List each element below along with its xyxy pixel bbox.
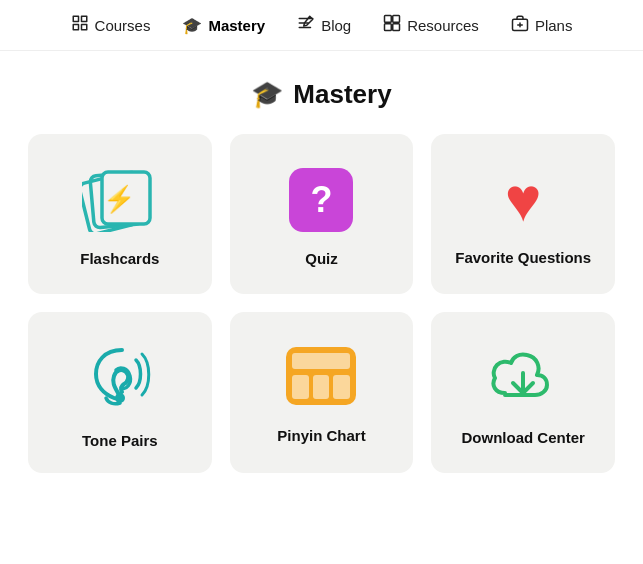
ear-icon xyxy=(84,342,156,414)
download-center-card[interactable]: Download Center xyxy=(431,312,615,473)
nav-plans-label: Plans xyxy=(535,17,573,34)
nav-plans[interactable]: Plans xyxy=(511,14,573,36)
page-title-icon: 🎓 xyxy=(251,79,283,110)
download-center-label: Download Center xyxy=(461,429,584,446)
page-title: 🎓 Mastery xyxy=(0,79,643,110)
svg-rect-7 xyxy=(385,16,392,23)
mastery-grid: ⚡ Flashcards ? Quiz ♥ Favorite Questions xyxy=(0,134,643,501)
svg-rect-3 xyxy=(81,25,86,30)
heart-icon: ♥ xyxy=(505,169,542,231)
svg-rect-10 xyxy=(393,24,400,31)
svg-text:⚡: ⚡ xyxy=(103,183,136,215)
favorite-questions-label: Favorite Questions xyxy=(455,249,591,266)
flashcards-label: Flashcards xyxy=(80,250,159,267)
quiz-card[interactable]: ? Quiz xyxy=(230,134,414,294)
flashcards-icon: ⚡ xyxy=(82,168,158,232)
courses-icon xyxy=(71,14,89,36)
nav-resources[interactable]: Resources xyxy=(383,14,479,36)
nav-resources-label: Resources xyxy=(407,17,479,34)
nav-blog-label: Blog xyxy=(321,17,351,34)
favorite-questions-card[interactable]: ♥ Favorite Questions xyxy=(431,134,615,294)
nav-mastery-label: Mastery xyxy=(208,17,265,34)
pinyin-chart-icon xyxy=(286,347,356,409)
quiz-icon: ? xyxy=(289,168,353,232)
svg-rect-8 xyxy=(393,16,400,23)
svg-rect-1 xyxy=(81,16,86,21)
nav-blog[interactable]: Blog xyxy=(297,14,351,36)
main-nav: Courses 🎓 Mastery Blog Resources Plans xyxy=(0,0,643,51)
pinyin-chart-label: Pinyin Chart xyxy=(277,427,365,444)
tone-pairs-label: Tone Pairs xyxy=(82,432,158,449)
tone-pairs-card[interactable]: Tone Pairs xyxy=(28,312,212,473)
svg-rect-20 xyxy=(292,353,350,369)
svg-rect-22 xyxy=(313,375,329,399)
plans-icon xyxy=(511,14,529,36)
mastery-nav-icon: 🎓 xyxy=(182,16,202,35)
svg-rect-21 xyxy=(292,375,309,399)
quiz-label: Quiz xyxy=(305,250,338,267)
download-cloud-icon xyxy=(487,345,559,411)
blog-icon xyxy=(297,14,315,36)
svg-rect-9 xyxy=(385,24,392,31)
nav-courses[interactable]: Courses xyxy=(71,14,151,36)
flashcards-card[interactable]: ⚡ Flashcards xyxy=(28,134,212,294)
pinyin-chart-card[interactable]: Pinyin Chart xyxy=(230,312,414,473)
nav-mastery[interactable]: 🎓 Mastery xyxy=(182,16,265,35)
svg-rect-23 xyxy=(333,375,350,399)
svg-rect-0 xyxy=(73,16,78,21)
nav-courses-label: Courses xyxy=(95,17,151,34)
resources-icon xyxy=(383,14,401,36)
svg-rect-2 xyxy=(73,25,78,30)
